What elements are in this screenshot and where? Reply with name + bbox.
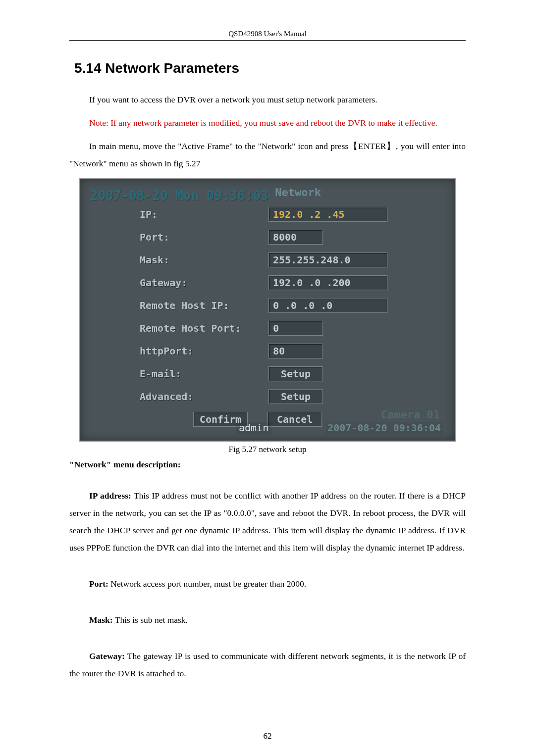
enter-key: 【ENTER】 — [348, 141, 396, 151]
label-httpport: httpPort: — [140, 345, 268, 357]
ip-address-bold: IP address: — [89, 491, 131, 501]
field-port[interactable]: 8000 — [268, 230, 323, 245]
mask-paragraph: Mask: This is sub net mask. — [69, 611, 466, 629]
gateway-bold: Gateway: — [89, 651, 125, 661]
field-httpport[interactable]: 80 — [268, 344, 323, 358]
mask-bold: Mask: — [89, 615, 113, 625]
screenshot-timestamp-bottom: 2007-08-20 09:36:04 — [325, 422, 443, 434]
field-remotehostip[interactable]: 0 .0 .0 .0 — [268, 298, 387, 313]
button-email-setup[interactable]: Setup — [268, 366, 323, 381]
label-remotehostip: Remote Host IP: — [140, 300, 268, 311]
mask-desc: This is sub net mask. — [113, 615, 188, 625]
label-port: Port: — [140, 231, 268, 243]
field-mask[interactable]: 255.255.248.0 — [268, 252, 387, 267]
intro-paragraph: If you want to access the DVR over a net… — [69, 91, 466, 108]
mainmenu-text-a: In main menu, move the "Active Frame" to… — [89, 141, 348, 151]
menu-description-heading: "Network" menu description: — [69, 459, 466, 470]
network-screenshot: 2007-08-20 Mon 09:36:03 Network IP: 192.… — [79, 178, 456, 442]
label-mask: Mask: — [140, 254, 268, 266]
label-advanced: Advanced: — [140, 391, 268, 403]
label-remotehostport: Remote Host Port: — [140, 322, 268, 334]
screenshot-admin: admin — [236, 422, 271, 434]
figure-caption: Fig 5.27 network setup — [69, 445, 466, 454]
gateway-desc: The gateway IP is used to communicate wi… — [69, 651, 466, 678]
label-ip: IP: — [140, 208, 268, 220]
gateway-paragraph: Gateway: The gateway IP is used to commu… — [69, 648, 466, 682]
label-email: E-mail: — [140, 368, 268, 380]
button-advanced-setup[interactable]: Setup — [268, 389, 323, 404]
mainmenu-paragraph: In main menu, move the "Active Frame" to… — [69, 138, 466, 172]
page-number: 62 — [0, 731, 535, 741]
button-cancel[interactable]: Cancel — [268, 412, 322, 427]
port-bold: Port: — [89, 579, 108, 589]
screenshot-timestamp-top: 2007-08-20 Mon 09:36:03 — [90, 188, 445, 203]
screenshot-title-network: Network — [275, 186, 321, 199]
note-paragraph: Note: If any network parameter is modifi… — [69, 114, 466, 132]
field-ip[interactable]: 192.0 .2 .45 — [268, 207, 387, 222]
label-gateway: Gateway: — [140, 277, 268, 289]
field-gateway[interactable]: 192.0 .0 .200 — [268, 275, 387, 290]
port-paragraph: Port: Network access port number, must b… — [69, 575, 466, 593]
screenshot-camera-label: Camera 01 — [381, 408, 440, 421]
section-title: 5.14 Network Parameters — [74, 60, 466, 76]
page-header: QSD42908 User's Manual — [69, 30, 466, 41]
port-desc: Network access port number, must be grea… — [108, 579, 306, 589]
field-remotehostport[interactable]: 0 — [268, 321, 323, 336]
ip-address-paragraph: IP address: This IP address must not be … — [69, 487, 466, 556]
